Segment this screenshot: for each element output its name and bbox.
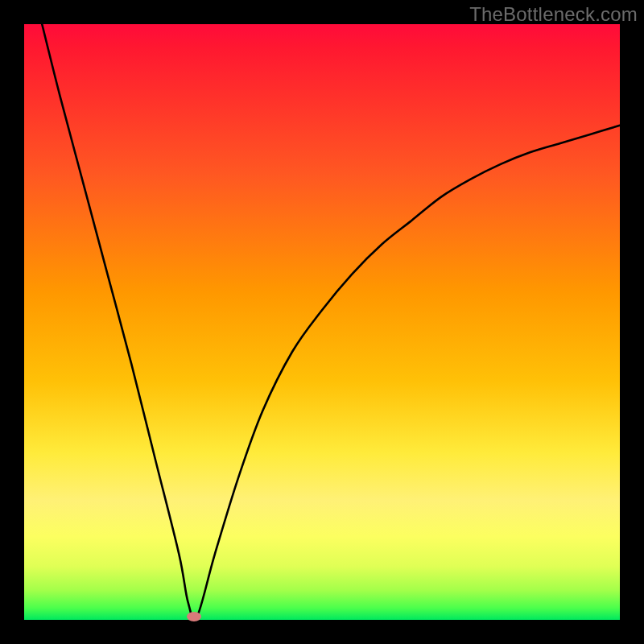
curve-svg [24,24,620,620]
watermark-text: TheBottleneck.com [469,3,638,26]
plot-area [24,24,620,620]
bottleneck-curve [42,24,620,619]
minimum-marker [187,612,201,621]
chart-container: TheBottleneck.com [0,0,644,644]
